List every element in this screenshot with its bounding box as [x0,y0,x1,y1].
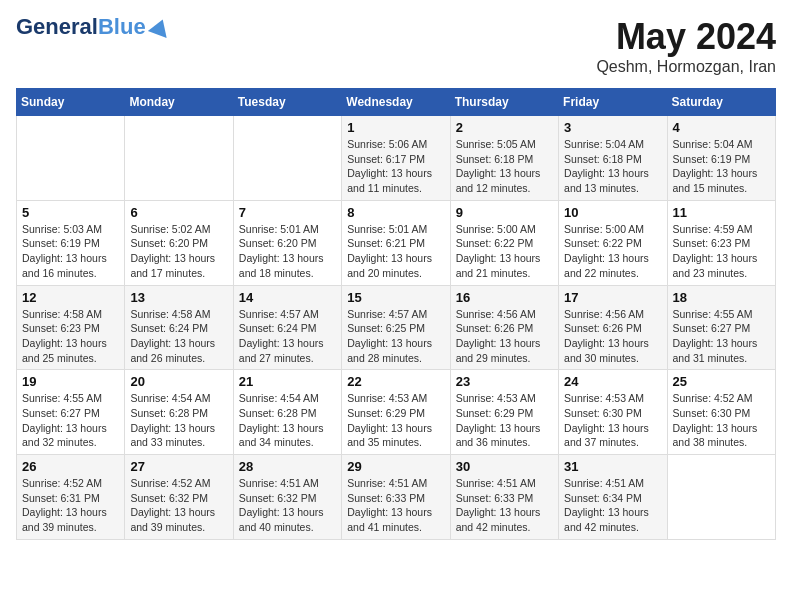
logo-icon [147,16,171,38]
sunset-label: Sunset: 6:22 PM [564,237,642,249]
month-year: May 2024 [596,16,776,58]
location: Qeshm, Hormozgan, Iran [596,58,776,76]
sunrise-label: Sunrise: 5:04 AM [564,138,644,150]
sunset-label: Sunset: 6:29 PM [347,407,425,419]
day-cell: 12 Sunrise: 4:58 AM Sunset: 6:23 PM Dayl… [17,285,125,370]
day-info: Sunrise: 5:00 AM Sunset: 6:22 PM Dayligh… [564,222,661,281]
daylight-label: Daylight: 13 hours and 13 minutes. [564,167,649,194]
day-cell: 3 Sunrise: 5:04 AM Sunset: 6:18 PM Dayli… [559,116,667,201]
sunset-label: Sunset: 6:23 PM [22,322,100,334]
day-cell: 20 Sunrise: 4:54 AM Sunset: 6:28 PM Dayl… [125,370,233,455]
logo-line: General Blue [16,16,170,38]
day-info: Sunrise: 4:53 AM Sunset: 6:29 PM Dayligh… [456,391,553,450]
day-cell: 27 Sunrise: 4:52 AM Sunset: 6:32 PM Dayl… [125,455,233,540]
sunrise-label: Sunrise: 5:00 AM [456,223,536,235]
daylight-label: Daylight: 13 hours and 26 minutes. [130,337,215,364]
day-cell: 28 Sunrise: 4:51 AM Sunset: 6:32 PM Dayl… [233,455,341,540]
day-number: 16 [456,290,553,305]
sunrise-label: Sunrise: 4:53 AM [347,392,427,404]
day-cell: 9 Sunrise: 5:00 AM Sunset: 6:22 PM Dayli… [450,200,558,285]
day-info: Sunrise: 5:05 AM Sunset: 6:18 PM Dayligh… [456,137,553,196]
sunrise-label: Sunrise: 4:56 AM [564,308,644,320]
daylight-label: Daylight: 13 hours and 18 minutes. [239,252,324,279]
sunset-label: Sunset: 6:17 PM [347,153,425,165]
week-row-5: 26 Sunrise: 4:52 AM Sunset: 6:31 PM Dayl… [17,455,776,540]
day-info: Sunrise: 5:04 AM Sunset: 6:19 PM Dayligh… [673,137,770,196]
daylight-label: Daylight: 13 hours and 41 minutes. [347,506,432,533]
day-header-wednesday: Wednesday [342,89,450,116]
daylight-label: Daylight: 13 hours and 21 minutes. [456,252,541,279]
day-cell: 17 Sunrise: 4:56 AM Sunset: 6:26 PM Dayl… [559,285,667,370]
day-info: Sunrise: 4:54 AM Sunset: 6:28 PM Dayligh… [130,391,227,450]
day-cell: 2 Sunrise: 5:05 AM Sunset: 6:18 PM Dayli… [450,116,558,201]
day-header-friday: Friday [559,89,667,116]
day-number: 30 [456,459,553,474]
sunset-label: Sunset: 6:27 PM [22,407,100,419]
day-info: Sunrise: 4:58 AM Sunset: 6:23 PM Dayligh… [22,307,119,366]
sunset-label: Sunset: 6:24 PM [130,322,208,334]
sunset-label: Sunset: 6:19 PM [673,153,751,165]
day-info: Sunrise: 5:01 AM Sunset: 6:21 PM Dayligh… [347,222,444,281]
sunrise-label: Sunrise: 5:04 AM [673,138,753,150]
week-row-3: 12 Sunrise: 4:58 AM Sunset: 6:23 PM Dayl… [17,285,776,370]
sunset-label: Sunset: 6:18 PM [456,153,534,165]
daylight-label: Daylight: 13 hours and 11 minutes. [347,167,432,194]
sunset-label: Sunset: 6:28 PM [130,407,208,419]
daylight-label: Daylight: 13 hours and 36 minutes. [456,422,541,449]
day-number: 8 [347,205,444,220]
sunrise-label: Sunrise: 4:59 AM [673,223,753,235]
daylight-label: Daylight: 13 hours and 15 minutes. [673,167,758,194]
day-number: 18 [673,290,770,305]
day-header-saturday: Saturday [667,89,775,116]
day-number: 25 [673,374,770,389]
sunrise-label: Sunrise: 4:55 AM [22,392,102,404]
sunrise-label: Sunrise: 4:52 AM [22,477,102,489]
day-info: Sunrise: 4:59 AM Sunset: 6:23 PM Dayligh… [673,222,770,281]
sunrise-label: Sunrise: 4:57 AM [239,308,319,320]
daylight-label: Daylight: 13 hours and 27 minutes. [239,337,324,364]
day-info: Sunrise: 4:52 AM Sunset: 6:32 PM Dayligh… [130,476,227,535]
day-number: 4 [673,120,770,135]
day-cell: 30 Sunrise: 4:51 AM Sunset: 6:33 PM Dayl… [450,455,558,540]
day-info: Sunrise: 5:00 AM Sunset: 6:22 PM Dayligh… [456,222,553,281]
day-info: Sunrise: 4:52 AM Sunset: 6:31 PM Dayligh… [22,476,119,535]
day-cell: 19 Sunrise: 4:55 AM Sunset: 6:27 PM Dayl… [17,370,125,455]
daylight-label: Daylight: 13 hours and 31 minutes. [673,337,758,364]
day-number: 9 [456,205,553,220]
sunset-label: Sunset: 6:27 PM [673,322,751,334]
day-cell: 11 Sunrise: 4:59 AM Sunset: 6:23 PM Dayl… [667,200,775,285]
sunrise-label: Sunrise: 5:03 AM [22,223,102,235]
day-info: Sunrise: 5:06 AM Sunset: 6:17 PM Dayligh… [347,137,444,196]
daylight-label: Daylight: 13 hours and 42 minutes. [456,506,541,533]
daylight-label: Daylight: 13 hours and 40 minutes. [239,506,324,533]
sunset-label: Sunset: 6:19 PM [22,237,100,249]
sunrise-label: Sunrise: 4:58 AM [130,308,210,320]
day-cell: 22 Sunrise: 4:53 AM Sunset: 6:29 PM Dayl… [342,370,450,455]
day-info: Sunrise: 4:55 AM Sunset: 6:27 PM Dayligh… [22,391,119,450]
day-info: Sunrise: 4:58 AM Sunset: 6:24 PM Dayligh… [130,307,227,366]
day-info: Sunrise: 4:51 AM Sunset: 6:32 PM Dayligh… [239,476,336,535]
sunset-label: Sunset: 6:34 PM [564,492,642,504]
logo: General Blue [16,16,170,38]
sunrise-label: Sunrise: 4:53 AM [564,392,644,404]
day-info: Sunrise: 4:56 AM Sunset: 6:26 PM Dayligh… [456,307,553,366]
logo-blue: Blue [98,16,146,38]
title-block: May 2024 Qeshm, Hormozgan, Iran [596,16,776,76]
sunrise-label: Sunrise: 4:53 AM [456,392,536,404]
week-row-4: 19 Sunrise: 4:55 AM Sunset: 6:27 PM Dayl… [17,370,776,455]
sunset-label: Sunset: 6:22 PM [456,237,534,249]
day-number: 11 [673,205,770,220]
sunset-label: Sunset: 6:18 PM [564,153,642,165]
day-number: 5 [22,205,119,220]
day-cell: 31 Sunrise: 4:51 AM Sunset: 6:34 PM Dayl… [559,455,667,540]
day-cell: 23 Sunrise: 4:53 AM Sunset: 6:29 PM Dayl… [450,370,558,455]
day-number: 10 [564,205,661,220]
sunrise-label: Sunrise: 4:52 AM [673,392,753,404]
day-header-tuesday: Tuesday [233,89,341,116]
daylight-label: Daylight: 13 hours and 30 minutes. [564,337,649,364]
day-header-monday: Monday [125,89,233,116]
daylight-label: Daylight: 13 hours and 38 minutes. [673,422,758,449]
day-cell: 16 Sunrise: 4:56 AM Sunset: 6:26 PM Dayl… [450,285,558,370]
logo-general: General [16,16,98,38]
daylight-label: Daylight: 13 hours and 35 minutes. [347,422,432,449]
